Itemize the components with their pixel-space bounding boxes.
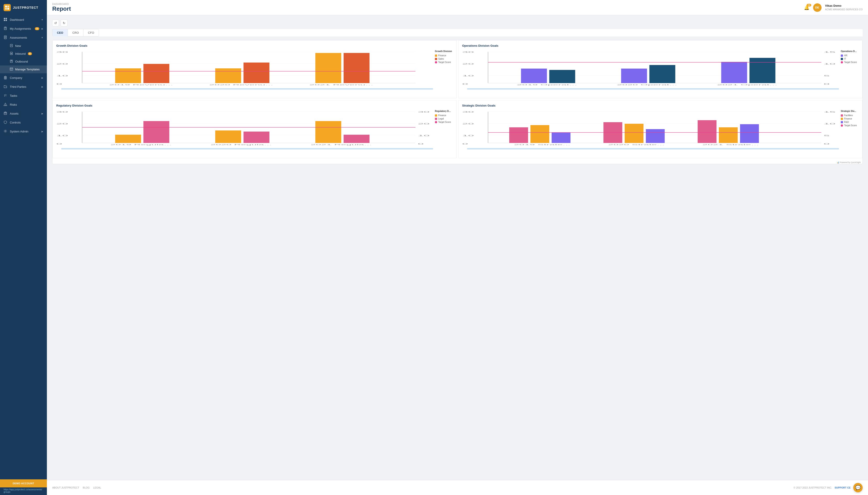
svg-rect-29 (5, 77, 5, 78)
svg-text:2021 Regula...: 2021 Regula... (311, 143, 372, 146)
svg-rect-9 (5, 27, 6, 28)
growth-legend: Growth Division Finance Sales Target Sco… (435, 50, 453, 89)
user-avatar[interactable]: DE (813, 3, 821, 12)
sidebar-item-risks[interactable]: Risks (0, 100, 47, 109)
sidebar-item-system-admin[interactable]: System Admin ▶ (0, 127, 47, 136)
sidebar-dashboard-label: Dashboard (10, 18, 39, 21)
legend-dot-finance (841, 118, 843, 120)
sidebar-item-dashboard[interactable]: Dashboard ▼ (0, 15, 47, 24)
header: DASHBOARD Report 🔔 72 DE Vikas Demo ACME… (47, 0, 868, 15)
svg-rect-100 (244, 132, 269, 143)
legend-dot-hr (841, 54, 843, 57)
svg-text:30: 30 (56, 51, 68, 53)
operations-chart-section: Operations Division Goals 30 20 10 0 15 … (458, 40, 863, 98)
sidebar-item-my-assignments[interactable]: My Assignments 8 ▶ (0, 24, 47, 33)
folder-icon (4, 85, 7, 89)
svg-rect-120 (509, 127, 528, 143)
svg-text:20: 20 (462, 123, 474, 125)
sidebar-item-controls[interactable]: Controls (0, 118, 47, 127)
sidebar-item-assets[interactable]: Assets ▶ (0, 109, 47, 118)
growth-chart-title: Growth Division Goals (56, 44, 453, 47)
svg-text:2020 Regula...: 2020 Regula... (211, 143, 272, 146)
user-info: Vikas Demo ACME MANAGED SERVICES CO (825, 4, 863, 11)
chevron-icon: ▶ (41, 112, 43, 115)
svg-rect-79 (749, 58, 775, 83)
svg-text:30: 30 (418, 111, 429, 113)
sidebar-item-assessments[interactable]: Assessments ▼ (0, 33, 47, 42)
box-icon (4, 112, 7, 116)
header-right: 🔔 72 DE Vikas Demo ACME MANAGED SERVICES… (804, 3, 863, 12)
sidebar-item-third-parties[interactable]: Third Parties ▶ (0, 82, 47, 91)
svg-text:10: 10 (56, 74, 68, 77)
chat-button[interactable]: 💬 (853, 483, 863, 492)
svg-rect-125 (646, 129, 665, 143)
strategic-scrollbar[interactable] (467, 148, 839, 150)
redo-button[interactable]: ↻ (61, 20, 67, 27)
footer: ABOUT JUSTPROTECT BLOG LEGAL © 2017-2022… (47, 480, 868, 495)
sidebar-item-tasks[interactable]: Tasks (0, 91, 47, 100)
svg-rect-5 (5, 18, 7, 19)
logo-area: JUSTPROTECT (0, 0, 47, 15)
svg-text:0: 0 (56, 83, 62, 85)
svg-rect-7 (5, 20, 7, 21)
legend-item: Sales (435, 58, 453, 60)
regulatory-legend-title: Regulatory D... (435, 110, 453, 112)
sidebar-assessments-label: Assessments (10, 36, 39, 39)
legend-dot-target (841, 124, 843, 127)
strategic-chart-section: Strategic Division Goals 30 20 10 0 15 1… (458, 100, 863, 158)
template-icon (10, 67, 13, 71)
svg-rect-37 (4, 112, 7, 115)
legend-item: Target Score (841, 61, 858, 64)
tab-cro[interactable]: CRO (68, 29, 84, 36)
user-name: Vikas Demo (825, 4, 863, 8)
legend-dot-rd (841, 121, 843, 123)
svg-text:0: 0 (823, 143, 829, 145)
svg-text:30: 30 (56, 111, 68, 113)
regulatory-scrollbar[interactable] (61, 148, 433, 150)
file-icon (4, 35, 7, 39)
growth-chart-section: Growth Division Goals 30 20 10 0 (52, 40, 457, 98)
svg-text:0: 0 (462, 83, 468, 85)
svg-text:0: 0 (56, 143, 62, 145)
sidebar-assignments-label: My Assignments (10, 27, 33, 30)
tab-ceo[interactable]: CEO (52, 29, 68, 36)
svg-rect-99 (215, 131, 241, 143)
strategic-chart-svg: 30 20 10 0 15 10 5 0 (462, 110, 839, 146)
svg-text:20: 20 (462, 63, 474, 65)
footer-link-blog[interactable]: BLOG (83, 486, 90, 489)
sidebar-item-manage-templates[interactable]: Manage Templates (0, 66, 47, 73)
sidebar-item-outbound[interactable]: Outbound (0, 58, 47, 66)
footer-link-about[interactable]: ABOUT JUSTPROTECT (52, 486, 79, 489)
operations-scrollbar[interactable] (467, 88, 839, 89)
regulatory-chart-svg: 30 20 10 0 30 20 10 0 (56, 110, 433, 146)
svg-text:30: 30 (462, 111, 474, 113)
demo-account-label: DEMO ACCOUNT (0, 479, 47, 488)
tab-cfo[interactable]: CFO (83, 29, 99, 36)
legend-item: R&D (841, 121, 858, 123)
alert-icon (4, 103, 7, 106)
sidebar-item-inbound[interactable]: Inbound 9 (0, 50, 47, 58)
building-icon (4, 76, 7, 80)
url-display: https://app.justprotect.co/assessments/g… (0, 488, 47, 495)
quicksight-logo-icon: 📊 (837, 161, 839, 164)
svg-text:0: 0 (462, 143, 468, 145)
assignments-badge: 8 (35, 27, 39, 30)
legend-label-target: Target Score (844, 61, 857, 64)
undo-button[interactable]: ↺ (52, 20, 59, 27)
toolbar: ↺ ↻ (52, 20, 863, 27)
svg-rect-23 (10, 68, 13, 70)
grid-icon (4, 18, 7, 22)
growth-scrollbar[interactable] (61, 88, 433, 89)
sidebar-item-new[interactable]: New (0, 42, 47, 50)
footer-link-legal[interactable]: LEGAL (93, 486, 101, 489)
operations-chart-svg: 30 20 10 0 15 10 5 0 (462, 50, 839, 86)
notification-bell[interactable]: 🔔 72 (804, 5, 810, 10)
support-button[interactable]: SUPPORT CE (834, 486, 851, 489)
legend-label-it: IT (844, 58, 846, 60)
legend-label-finance: Finance (438, 54, 446, 57)
sidebar-item-company[interactable]: Company ▶ (0, 73, 47, 82)
svg-rect-76 (621, 69, 647, 83)
regulatory-chart-title: Regulatory Division Goals (56, 104, 453, 107)
legend-dot-it (841, 58, 843, 60)
growth-chart-svg: 30 20 10 0 (56, 50, 433, 86)
